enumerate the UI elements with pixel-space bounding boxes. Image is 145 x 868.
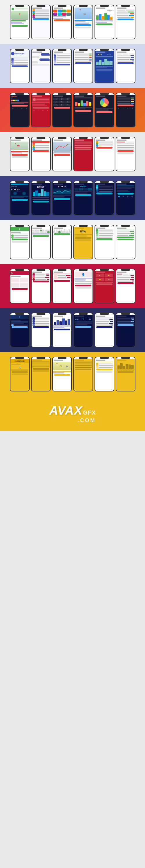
screen <box>74 51 92 83</box>
screen: 📍 <box>10 7 29 39</box>
screen: B <box>10 227 29 259</box>
phone-30 <box>116 181 136 215</box>
notch <box>100 93 109 95</box>
phone-24 <box>116 137 136 172</box>
phone-14: ⊞ ♡ ☰ ⚙ <box>31 93 51 127</box>
screen: 1 2 3 4 5 6 7 8 9 <box>53 95 71 127</box>
phone-row-6: B <box>9 223 136 260</box>
notch <box>79 93 88 95</box>
screen <box>116 359 135 391</box>
phone-7: MESSENGER <box>10 49 30 83</box>
screen <box>95 183 114 215</box>
notch <box>121 225 130 227</box>
phone-19: 🚗 📍 <box>10 137 30 172</box>
screen <box>74 359 92 391</box>
phone-row-9: TAXI SERVICE 🚕 <box>9 355 136 393</box>
notch <box>121 313 130 315</box>
phone-42 <box>116 269 136 303</box>
phone-22 <box>74 137 93 172</box>
screen <box>116 51 135 83</box>
phone-row-1: 📍 <box>9 3 136 40</box>
notch <box>16 269 24 271</box>
screen: MESSENGER <box>10 51 29 83</box>
screen <box>32 271 50 303</box>
screen <box>95 95 114 127</box>
phone-27: $198.75 <box>52 181 72 215</box>
phone-50 <box>31 357 51 392</box>
notch <box>100 181 109 183</box>
screen <box>116 315 135 347</box>
phone-39 <box>52 269 72 303</box>
phone-20 <box>31 137 51 172</box>
notch <box>79 269 88 271</box>
phone-9 <box>52 49 72 83</box>
screen: $198.75 <box>32 183 50 215</box>
phone-4: 📍 🏁 <box>74 5 93 39</box>
phone-45 <box>52 313 72 347</box>
screen <box>116 139 135 171</box>
svg-point-1 <box>67 144 68 145</box>
watermark-gfx: GFX <box>83 409 96 416</box>
phone-8 <box>31 49 51 83</box>
screen <box>95 359 114 391</box>
phone-35 <box>94 225 114 259</box>
notch <box>36 269 45 271</box>
phone-12 <box>116 49 136 83</box>
phone-2 <box>31 5 51 39</box>
phone-29 <box>94 181 114 215</box>
screen <box>53 315 71 347</box>
notch <box>79 49 88 51</box>
watermark-avax: AVAX <box>49 404 82 417</box>
screen: WALLET $198.75 ↑ ↓ <box>10 183 29 215</box>
screen: 64% <box>74 227 92 259</box>
notch <box>121 137 130 139</box>
notch <box>121 5 130 7</box>
phone-52 <box>74 357 93 392</box>
screen <box>32 51 50 83</box>
notch <box>36 181 45 183</box>
svg-point-0 <box>56 148 57 149</box>
notch <box>36 357 45 359</box>
notch <box>16 313 24 315</box>
screen <box>116 271 135 303</box>
section-booking: B <box>0 220 145 264</box>
screen: ★★★★☆ ★★★★★ <box>95 139 114 171</box>
screen <box>74 95 92 127</box>
notch <box>100 357 109 359</box>
notch <box>16 137 24 139</box>
notch <box>36 313 45 315</box>
notch <box>16 225 24 227</box>
phone-row-8: ✈ <box>9 312 136 349</box>
phone-row-2: MESSENGER <box>9 48 136 85</box>
notch <box>16 357 24 359</box>
notch <box>100 225 109 227</box>
phone-6 <box>116 5 136 39</box>
phone-26: $198.75 <box>31 181 51 215</box>
phone-51: 🚕 📍 🏁 <box>52 357 72 392</box>
phone-21 <box>52 137 72 172</box>
screen <box>116 227 135 259</box>
screen <box>32 7 50 39</box>
phone-33: S M T W T F S <box>52 225 72 259</box>
phone-16 <box>74 93 93 127</box>
notch <box>36 137 45 139</box>
phone-32 <box>31 225 51 259</box>
watermark-section: AVAX GFX .COM <box>0 396 145 431</box>
screen: ✈ <box>10 315 29 347</box>
notch <box>121 93 130 95</box>
section-flight: ✈ <box>0 308 145 352</box>
screen: 🛍 <box>10 271 29 303</box>
screen: ⊞ ♡ ☰ ⚙ <box>116 95 135 127</box>
phone-row-3: FINANCE APP ⊞ ♡ ☰ ⚙ <box>9 92 136 129</box>
phone-25: WALLET $198.75 ↑ ↓ <box>10 181 30 215</box>
notch <box>121 181 130 183</box>
phone-15: 1 2 3 4 5 6 7 8 9 <box>52 93 72 127</box>
screen <box>116 183 135 215</box>
notch <box>79 313 88 315</box>
notch <box>58 357 66 359</box>
screen: ★ 🔔 💳 ⚙ <box>95 271 114 303</box>
screen <box>95 315 114 347</box>
watermark-inner: AVAX GFX .COM <box>49 404 96 424</box>
phone-43: ✈ <box>10 313 30 347</box>
notch <box>58 313 66 315</box>
